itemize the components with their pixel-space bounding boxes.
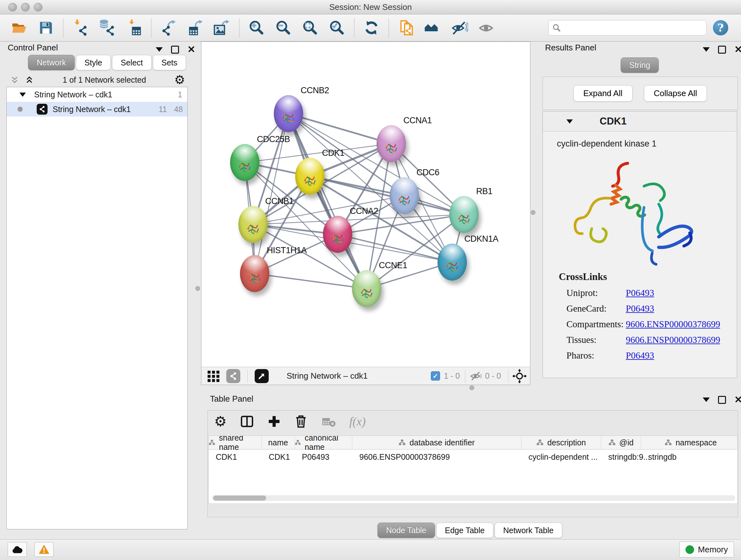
show-columns-icon[interactable] bbox=[240, 415, 254, 428]
collection-count: 1 bbox=[178, 90, 182, 99]
column-header-namespace[interactable]: namespace bbox=[641, 436, 738, 449]
tab-network-table[interactable]: Network Table bbox=[495, 523, 562, 538]
float-panel-icon[interactable] bbox=[703, 47, 710, 52]
refresh-icon[interactable] bbox=[362, 18, 381, 37]
tab-network[interactable]: Network bbox=[28, 55, 75, 70]
gear-icon[interactable]: ⚙ bbox=[174, 74, 185, 86]
expand-all-chevron-icon[interactable] bbox=[24, 75, 35, 85]
table-settings-gear-icon[interactable]: ⚙ bbox=[214, 415, 226, 428]
close-panel-icon[interactable]: ✕ bbox=[734, 395, 741, 405]
horizontal-splitter-handle[interactable] bbox=[469, 385, 474, 390]
selected-nodes-checkbox-icon[interactable]: ✓ bbox=[431, 371, 440, 381]
import-database-icon[interactable] bbox=[98, 18, 117, 37]
network-label: String Network – cdk1 bbox=[53, 105, 131, 114]
network-node-cdc25b[interactable] bbox=[230, 144, 259, 181]
maximize-panel-icon[interactable] bbox=[718, 396, 726, 404]
network-canvas[interactable]: CCNB2CCNA1CDC25BCDK1CDC6RB1CCNB1CCNA2CDK… bbox=[201, 42, 530, 367]
column-header-canonical-name[interactable]: canonical name bbox=[295, 436, 352, 449]
network-node-hist1h1a[interactable] bbox=[240, 255, 269, 292]
network-node-cdk1[interactable] bbox=[295, 158, 325, 195]
maximize-panel-icon[interactable] bbox=[171, 46, 179, 54]
vertical-splitter-handle[interactable] bbox=[531, 210, 536, 215]
crosslink-link[interactable]: 9606.ENSP00000378699 bbox=[626, 319, 720, 329]
import-network-icon[interactable] bbox=[71, 18, 90, 37]
search-box[interactable] bbox=[548, 20, 706, 36]
network-node-ccne1[interactable] bbox=[352, 270, 381, 307]
help-icon[interactable]: ? bbox=[713, 20, 728, 36]
toolbar-separator bbox=[63, 18, 64, 37]
protein-thumbnail-icon bbox=[358, 283, 375, 301]
close-panel-icon[interactable]: ✕ bbox=[187, 45, 195, 54]
collapse-all-chevron-icon[interactable] bbox=[10, 75, 20, 85]
network-view-toolbar: String Network – cdk1 ✓ 1 - 0 0 - 0 bbox=[201, 367, 530, 385]
add-column-plus-icon[interactable] bbox=[267, 415, 281, 428]
network-share-icon[interactable] bbox=[226, 369, 240, 383]
collapse-section-caret-icon[interactable] bbox=[566, 119, 573, 124]
network-node-cdc6[interactable] bbox=[390, 177, 419, 214]
gene-symbol: CDK1 bbox=[600, 116, 626, 127]
results-panel-title: Results Panel bbox=[545, 43, 596, 53]
table-panel-window-controls: ✕ bbox=[703, 395, 741, 405]
export-network-icon[interactable] bbox=[159, 18, 178, 37]
float-panel-icon[interactable] bbox=[703, 397, 710, 402]
crosslink-link[interactable]: P06493 bbox=[626, 303, 654, 314]
toolbar-separator bbox=[354, 18, 354, 37]
expand-all-button[interactable]: Expand All bbox=[574, 85, 632, 102]
gene-card-header[interactable]: CDK1 bbox=[543, 111, 737, 132]
network-node-rb1[interactable] bbox=[449, 196, 479, 233]
cloud-button[interactable] bbox=[8, 542, 27, 557]
hide-selected-icon[interactable] bbox=[450, 18, 469, 37]
maximize-panel-icon[interactable] bbox=[718, 46, 726, 54]
column-header-database-identifier[interactable]: database identifier bbox=[352, 436, 522, 449]
network-node-ccna1[interactable] bbox=[377, 125, 406, 162]
collapse-all-button[interactable]: Collapse All bbox=[644, 85, 707, 102]
zoom-in-icon[interactable] bbox=[247, 18, 266, 37]
crosslink-link[interactable]: P06493 bbox=[626, 350, 654, 361]
crosslink-link[interactable]: 9606.ENSP00000378699 bbox=[626, 334, 720, 345]
column-header-shared-name[interactable]: shared name bbox=[209, 436, 262, 449]
save-session-icon[interactable] bbox=[37, 18, 55, 37]
tab-sets[interactable]: Sets bbox=[153, 55, 186, 70]
float-panel-icon[interactable] bbox=[156, 47, 163, 52]
network-node-cdkn1a[interactable] bbox=[437, 244, 467, 281]
delete-column-trash-icon[interactable] bbox=[294, 415, 308, 428]
search-input[interactable] bbox=[564, 23, 702, 33]
column-header-@id[interactable]: @id bbox=[601, 436, 641, 449]
warnings-button[interactable] bbox=[35, 542, 54, 557]
tab-style[interactable]: Style bbox=[76, 55, 111, 70]
open-folder-icon[interactable] bbox=[10, 18, 28, 37]
scrollbar-thumb[interactable] bbox=[213, 496, 266, 501]
zoom-selected-icon[interactable] bbox=[328, 18, 346, 37]
network-node-ccnb2[interactable] bbox=[274, 95, 303, 132]
network-collection-row[interactable]: String Network – cdk1 1 bbox=[7, 87, 187, 102]
tree-caret-icon[interactable] bbox=[19, 92, 26, 97]
network-node-ccnb1[interactable] bbox=[239, 206, 268, 243]
tab-string[interactable]: String bbox=[621, 57, 659, 73]
network-row[interactable]: String Network – cdk1 11 48 bbox=[7, 102, 187, 117]
close-panel-icon[interactable]: ✕ bbox=[734, 45, 741, 54]
titlebar: Session: New Session bbox=[0, 0, 741, 14]
export-table-icon[interactable] bbox=[186, 18, 205, 37]
pan-crosshair-icon[interactable] bbox=[512, 369, 527, 383]
table-row[interactable]: CDK1CDK1P064939606.ENSP00000378699cyclin… bbox=[209, 449, 738, 464]
show-hidden-icon[interactable] bbox=[477, 18, 495, 37]
tab-select[interactable]: Select bbox=[112, 55, 151, 70]
vertical-splitter-handle[interactable] bbox=[195, 286, 200, 291]
tab-node-table[interactable]: Node Table bbox=[378, 523, 435, 538]
zoom-fit-icon[interactable] bbox=[301, 18, 320, 37]
delete-table-icon bbox=[321, 415, 336, 428]
neighborhood-icon[interactable] bbox=[423, 18, 442, 37]
grid-view-icon[interactable] bbox=[207, 370, 220, 382]
column-header-name[interactable]: name bbox=[262, 436, 295, 449]
tab-edge-table[interactable]: Edge Table bbox=[436, 523, 493, 538]
horizontal-scrollbar[interactable] bbox=[212, 495, 735, 501]
zoom-out-icon[interactable] bbox=[274, 18, 293, 37]
clone-network-icon[interactable] bbox=[397, 18, 415, 37]
network-node-ccna2[interactable] bbox=[323, 216, 352, 253]
export-image-icon[interactable] bbox=[213, 18, 231, 37]
memory-button[interactable]: Memory bbox=[679, 542, 734, 557]
column-header-description[interactable]: description bbox=[522, 436, 601, 449]
crosslink-link[interactable]: P06493 bbox=[626, 288, 654, 298]
import-table-icon[interactable] bbox=[125, 18, 143, 37]
birdseye-view-icon[interactable] bbox=[255, 369, 269, 383]
